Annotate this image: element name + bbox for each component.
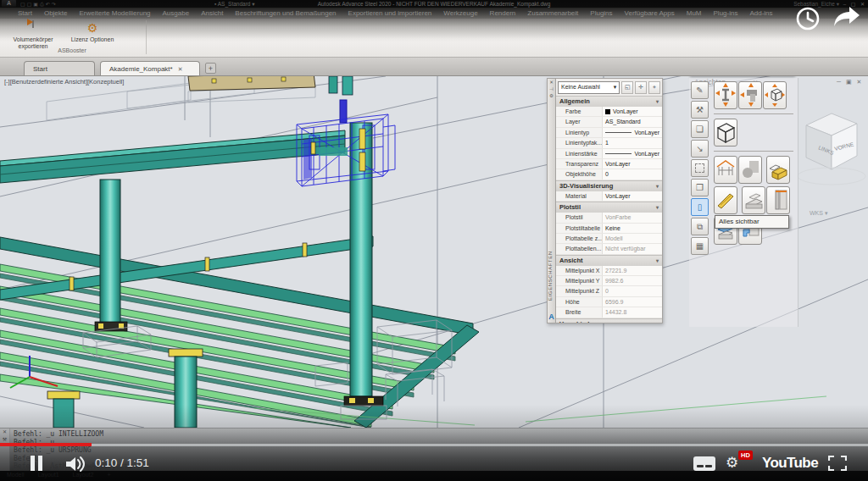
property-row[interactable]: FarbeVonLayer — [556, 107, 662, 117]
grid-squares-icon[interactable]: ▦ — [691, 237, 709, 255]
property-value[interactable]: 0 — [602, 286, 662, 296]
select-objects-icon[interactable]: ⌖ — [648, 81, 660, 94]
viewcube[interactable]: LINKS VORNE — [791, 95, 868, 205]
ribbon-tab-exportieren-und-importieren[interactable]: Exportieren und importieren — [342, 9, 438, 17]
property-row[interactable]: Höhe6596.9 — [556, 297, 662, 307]
property-row[interactable]: LinienstärkeVonLayer — [556, 149, 662, 159]
close-tab-icon[interactable]: ✕ — [178, 66, 183, 72]
fullscreen-icon[interactable] — [828, 456, 847, 471]
near-column-left[interactable] — [47, 391, 80, 428]
drawing-window-controls[interactable]: ─ ▣ ✕ — [837, 79, 863, 86]
bracing-beam[interactable] — [188, 76, 353, 95]
property-row[interactable]: Plottabellen...Nicht verfügbar — [556, 244, 662, 254]
property-value[interactable]: VonLayer — [602, 107, 662, 116]
ribbon-tab-plug-ins[interactable]: Plug-ins — [708, 9, 744, 17]
watch-later-icon[interactable] — [794, 5, 821, 32]
yellow-box-icon[interactable] — [766, 156, 790, 184]
quick-select-icon[interactable]: ✛ — [635, 81, 647, 94]
share-icon[interactable] — [832, 5, 861, 29]
properties-gear-icon[interactable]: ⚙ — [548, 92, 555, 99]
section-header[interactable]: Allgemein▾ — [556, 96, 662, 107]
property-row[interactable]: Linientypfak...1 — [556, 138, 662, 148]
ribbon-tab-objekte[interactable]: Objekte — [38, 9, 74, 17]
main-beam[interactable] — [0, 130, 345, 183]
ucs-selector[interactable]: WKS ▾ — [810, 210, 827, 217]
property-row[interactable]: Mittelpunkt Y9982.6 — [556, 276, 662, 286]
property-value[interactable]: Modell — [602, 234, 662, 243]
structure-visible-icon[interactable] — [714, 156, 737, 184]
property-row[interactable]: TransparenzVonLayer — [556, 159, 662, 169]
column-section-icon[interactable] — [766, 186, 790, 214]
youtube-logo[interactable]: YouTube — [762, 455, 818, 472]
property-value[interactable]: VonLayer — [602, 149, 662, 158]
ribbon-tab-ausgabe[interactable]: Ausgabe — [157, 9, 196, 17]
export-solids-button[interactable]: Volumenkörper exportieren — [7, 21, 59, 50]
file-tab-document[interactable]: Akademie_Kompakt*✕ — [100, 61, 200, 75]
property-value[interactable]: VonFarbe — [602, 213, 662, 222]
property-value[interactable]: 27221.9 — [602, 266, 662, 275]
property-value[interactable]: AS_Standard — [602, 117, 662, 126]
ribbon-tab-add-ins[interactable]: Add-ins — [743, 9, 778, 17]
section-header[interactable]: Verschiedenes▾ — [556, 318, 662, 323]
settings-gear-icon[interactable]: ⚙ — [726, 454, 738, 472]
property-row[interactable]: Mittelpunkt Z0 — [556, 286, 662, 296]
section-header[interactable]: Ansicht▾ — [556, 255, 662, 266]
ribbon-tab-start[interactable]: Start — [12, 9, 38, 17]
beam-view-icon[interactable]: ▯ — [691, 198, 709, 216]
viewport-label[interactable]: [-][Benutzerdefinierte Ansicht][Konzeptu… — [4, 78, 124, 86]
property-value[interactable]: VonLayer — [602, 128, 662, 137]
property-value[interactable]: 1 — [602, 138, 662, 147]
ribbon-tab-werkzeuge[interactable]: Werkzeuge — [437, 9, 483, 17]
property-row[interactable]: PlotstiltabelleKeine — [556, 224, 662, 234]
property-value[interactable]: VonLayer — [602, 159, 662, 169]
property-value[interactable]: VonLayer — [602, 191, 662, 201]
close-icon[interactable]: ✕ — [548, 79, 555, 86]
selected-connection[interactable] — [297, 100, 395, 186]
slab-view-icon[interactable]: ⧉ — [691, 218, 709, 235]
plate-section-icon[interactable] — [742, 186, 765, 214]
property-value[interactable]: 9982.6 — [602, 276, 662, 285]
hidden-objects-icon[interactable] — [738, 156, 762, 184]
seekbar-remaining[interactable] — [0, 444, 868, 446]
pencil-tool-icon[interactable]: ✎ — [691, 81, 709, 99]
measure-arrow-icon[interactable]: ↘ — [691, 140, 709, 158]
ribbon-tab-erweiterte-modellierung[interactable]: Erweiterte Modellierung — [73, 9, 156, 17]
license-options-button[interactable]: ⚙ Lizenz Optionen — [66, 21, 119, 43]
selection-box-icon[interactable] — [691, 159, 709, 177]
cube-arrows-icon[interactable] — [763, 81, 787, 109]
section-header[interactable]: 3D-Visualisierung▾ — [556, 180, 662, 191]
property-row[interactable]: MaterialVonLayer — [556, 191, 662, 202]
toggle-pickadd-icon[interactable]: ◱ — [621, 81, 633, 94]
property-value[interactable]: 6596.9 — [602, 297, 662, 307]
ribbon-tab-zusammenarbeit[interactable]: Zusammenarbeit — [521, 9, 584, 17]
file-tab-start[interactable]: Start — [24, 61, 95, 75]
tools-hammer-icon[interactable]: ⚒ — [691, 101, 709, 119]
ribbon-tab-verf-gbare-apps[interactable]: Verfügbare Apps — [619, 9, 681, 17]
property-row[interactable]: Breite14432.8 — [556, 307, 662, 318]
ribbon-tab-ansicht[interactable]: Ansicht — [195, 9, 229, 17]
section-header[interactable]: Plotstil▾ — [556, 202, 662, 213]
property-row[interactable]: PlotstilVonFarbe — [556, 213, 662, 223]
pages-icon[interactable]: ❐ — [691, 179, 709, 196]
selection-dropdown[interactable]: Keine Auswahl▾ — [558, 81, 620, 94]
autohide-icon[interactable]: ⊣ — [548, 86, 555, 92]
ribbon-tab-beschriftungen-und-bema-ungen[interactable]: Beschriftungen und Bemaßungen — [229, 9, 342, 17]
cube-view-icon[interactable] — [714, 119, 737, 147]
yellow-beam-icon[interactable] — [714, 186, 737, 214]
property-value[interactable]: 14432.8 — [602, 307, 662, 317]
property-row[interactable]: Plottabelle z...Modell — [556, 234, 662, 244]
ribbon-tab-mum[interactable]: MuM — [681, 9, 708, 17]
property-value[interactable]: Nicht verfügbar — [602, 244, 662, 253]
subtitles-icon[interactable] — [693, 456, 715, 471]
stamp-tool-icon[interactable]: ❏ — [691, 120, 709, 138]
property-value[interactable]: Keine — [602, 224, 662, 233]
pause-button[interactable] — [31, 456, 46, 471]
section-arrows-icon[interactable] — [714, 81, 737, 109]
property-row[interactable]: Mittelpunkt X27221.9 — [556, 266, 662, 276]
beam-arrows-icon[interactable] — [738, 81, 762, 109]
property-row[interactable]: LinientypVonLayer — [556, 128, 662, 138]
seekbar-played[interactable] — [0, 443, 92, 446]
property-row[interactable]: Objekthöhe0 — [556, 169, 662, 180]
volume-icon[interactable] — [64, 456, 88, 473]
new-tab-button[interactable]: + — [205, 63, 216, 74]
